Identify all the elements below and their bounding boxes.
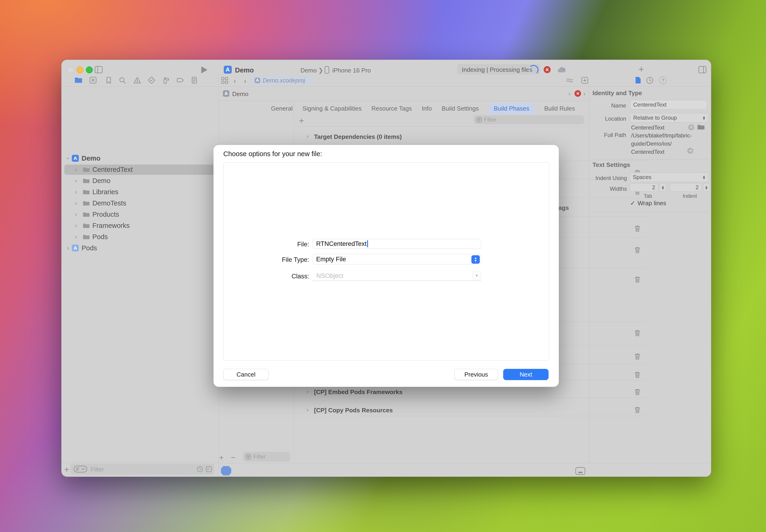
- toggle-right-sidebar-icon[interactable]: [698, 66, 707, 74]
- sidebar-item-products-5[interactable]: ›Products: [61, 209, 219, 220]
- navigator-filter-field[interactable]: Filter: [70, 464, 214, 475]
- run-button[interactable]: [201, 66, 207, 73]
- chevron-right-icon[interactable]: ›: [75, 166, 77, 173]
- chevron-right-icon[interactable]: ›: [75, 233, 77, 241]
- back-icon[interactable]: ‹: [233, 77, 236, 85]
- debug-spray-icon[interactable]: [162, 76, 170, 85]
- sidebar-item-centeredtext-1[interactable]: ›CenteredText: [61, 164, 219, 175]
- destination-project[interactable]: Demo: [300, 67, 316, 74]
- open-path-arrow-icon[interactable]: ➔: [687, 148, 693, 154]
- indent-width-stepper[interactable]: ▲▼: [703, 183, 710, 192]
- sidebar-item-libraries-3[interactable]: ›Libraries: [61, 187, 219, 198]
- history-inspector-icon[interactable]: [646, 77, 654, 84]
- location-select[interactable]: Relative to Group ▲▼: [630, 113, 709, 122]
- report-list-icon[interactable]: [190, 76, 198, 85]
- remove-target-icon[interactable]: −: [231, 453, 235, 462]
- disclosure-icon[interactable]: ›: [306, 406, 309, 413]
- chevron-right-icon[interactable]: ›: [75, 222, 77, 229]
- wrap-lines-checkbox[interactable]: ✓Wrap lines: [630, 200, 666, 207]
- sidebar-item-pods-7[interactable]: ›Pods: [61, 231, 219, 243]
- bookmark-icon[interactable]: [105, 76, 113, 85]
- editor-grid-icon[interactable]: [221, 77, 228, 84]
- cancel-button[interactable]: Cancel: [223, 369, 269, 380]
- tab-build-phases[interactable]: Build Phases: [489, 103, 535, 114]
- class-dropdown-icon[interactable]: ▾: [472, 271, 481, 280]
- issue-next-icon[interactable]: ›: [583, 90, 586, 97]
- add-item-icon[interactable]: +: [64, 465, 69, 474]
- trash-icon[interactable]: [634, 388, 641, 396]
- chevron-right-icon[interactable]: ›: [75, 211, 77, 218]
- trash-icon[interactable]: [634, 246, 641, 254]
- chevron-right-icon[interactable]: ›: [67, 244, 69, 252]
- build-phase-row-copy-pods[interactable]: [CP] Copy Pods Resources: [314, 407, 393, 414]
- close-button[interactable]: [67, 66, 74, 73]
- recent-filter-clock-icon[interactable]: [197, 466, 203, 472]
- indent-width-field[interactable]: 2: [670, 183, 702, 192]
- toggle-left-sidebar-icon[interactable]: [94, 66, 103, 74]
- trash-icon[interactable]: [634, 276, 641, 283]
- clear-file-icon[interactable]: ✕: [688, 124, 694, 130]
- file-type-select[interactable]: Empty File ▲▼: [312, 254, 481, 264]
- sidebar-item-pods-8[interactable]: ›APods: [61, 243, 219, 254]
- forward-icon[interactable]: ›: [244, 77, 246, 85]
- trash-icon[interactable]: [634, 406, 641, 414]
- chevron-down-icon[interactable]: ›: [65, 157, 72, 159]
- trash-icon[interactable]: [634, 353, 641, 360]
- scm-filter-icon[interactable]: [205, 466, 212, 472]
- warning-icon[interactable]: [133, 76, 141, 85]
- breadcrumb[interactable]: Demo: [232, 90, 248, 98]
- disclosure-icon[interactable]: ›: [306, 133, 309, 140]
- file-inspector-icon[interactable]: [635, 76, 641, 84]
- targets-filter-field[interactable]: Filter: [243, 452, 290, 462]
- search-icon[interactable]: [118, 76, 126, 85]
- add-target-icon[interactable]: +: [219, 453, 224, 462]
- class-input[interactable]: NSObject ▾: [312, 271, 481, 281]
- next-button[interactable]: Next: [503, 369, 549, 380]
- tab-general[interactable]: General: [271, 105, 293, 112]
- sidebar-item-demotests-4[interactable]: ›DemoTests: [61, 198, 219, 209]
- issue-badge[interactable]: ✕: [575, 90, 581, 97]
- trash-icon[interactable]: [634, 225, 641, 232]
- disclosure-icon[interactable]: ›: [306, 388, 309, 395]
- tab-resource-tags[interactable]: Resource Tags: [371, 105, 412, 112]
- file-tab[interactable]: A Demo.xcodeproj: [252, 76, 313, 85]
- add-editor-icon[interactable]: [581, 77, 589, 84]
- cloud-icon[interactable]: [556, 66, 567, 73]
- choose-folder-icon[interactable]: [697, 124, 705, 130]
- filter-options-icon[interactable]: [74, 466, 87, 473]
- trash-icon[interactable]: [634, 329, 641, 337]
- destination-device[interactable]: iPhone 16 Pro: [332, 67, 371, 74]
- test-diamond-icon[interactable]: [147, 76, 155, 85]
- related-items-icon[interactable]: [566, 77, 574, 84]
- tab-width-field[interactable]: 2: [630, 183, 658, 192]
- chevron-right-icon[interactable]: ›: [75, 188, 77, 196]
- tab-info[interactable]: Info: [422, 105, 432, 112]
- indent-using-select[interactable]: Spaces ▲▼: [630, 173, 709, 182]
- add-tab-icon[interactable]: +: [639, 64, 644, 75]
- error-count-badge[interactable]: ✕: [544, 66, 551, 73]
- add-build-phase-icon[interactable]: +: [299, 116, 304, 126]
- file-name-input[interactable]: RTNCenteredText: [312, 239, 481, 249]
- issue-prev-icon[interactable]: ‹: [569, 90, 571, 97]
- zoom-button[interactable]: [86, 66, 93, 73]
- tag-icon[interactable]: [176, 76, 184, 85]
- chevron-right-icon[interactable]: ›: [75, 177, 77, 184]
- folder-icon[interactable]: [74, 76, 82, 85]
- sidebar-item-demo-2[interactable]: ›Demo: [61, 175, 219, 187]
- chevron-right-icon[interactable]: ›: [75, 200, 77, 207]
- minimize-button[interactable]: [76, 66, 83, 73]
- scheme-name[interactable]: Demo: [235, 66, 254, 74]
- build-phase-row-target-deps[interactable]: Target Dependencies (0 items): [314, 133, 402, 140]
- tab-signing-capabilities[interactable]: Signing & Capabilities: [302, 105, 362, 112]
- sidebar-item-demo-0[interactable]: ›ADemo: [61, 153, 219, 164]
- phases-filter-field[interactable]: Filter: [474, 115, 584, 124]
- previous-button[interactable]: Previous: [454, 369, 498, 380]
- build-phase-row-embed-pods[interactable]: [CP] Embed Pods Frameworks: [314, 388, 403, 396]
- tab-width-stepper[interactable]: ▲▼: [660, 183, 666, 192]
- trash-icon[interactable]: [634, 371, 641, 379]
- quick-help-inspector-icon[interactable]: ?: [659, 77, 667, 84]
- name-field[interactable]: CenteredText: [630, 100, 707, 109]
- tab-build-settings[interactable]: Build Settings: [442, 105, 479, 112]
- display-bar-icon[interactable]: [575, 467, 586, 475]
- tab-build-rules[interactable]: Build Rules: [544, 105, 575, 112]
